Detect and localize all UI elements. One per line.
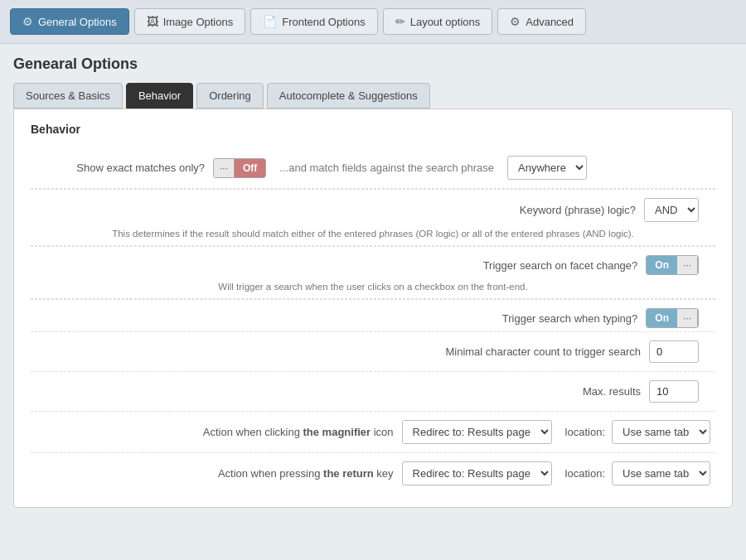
action-return-row: Action when pressing the return key Redi… <box>31 453 715 494</box>
tab-general-options[interactable]: ⚙ General Options <box>10 8 129 35</box>
trigger-facet-control: On ··· <box>646 255 715 275</box>
action-return-bold: the return <box>323 467 374 480</box>
action-magnifier-row: Action when clicking the magnifier icon … <box>31 412 715 453</box>
max-results-control <box>649 380 715 403</box>
sub-tabs: Sources & Basics Behavior Ordering Autoc… <box>13 83 733 109</box>
sub-tab-behavior[interactable]: Behavior <box>126 83 193 109</box>
action-magnifier-location-select[interactable]: Use same tab Open new tab <box>612 420 710 444</box>
tab-frontend-options-label: Frontend Options <box>282 16 365 28</box>
trigger-facet-label: Trigger search on facet change? <box>31 259 646 272</box>
trigger-facet-row: Trigger search on facet change? On ··· <box>31 247 715 278</box>
min-char-input[interactable] <box>649 340 699 363</box>
action-magnifier-text1: Action when clicking <box>203 426 303 438</box>
action-return-text1: Action when pressing <box>218 467 323 480</box>
trigger-facet-toggle-state[interactable]: On <box>647 256 677 274</box>
action-magnifier-location-label: location: <box>565 426 605 438</box>
trigger-facet-note: Will trigger a search when the user clic… <box>31 278 715 299</box>
max-results-input[interactable] <box>649 380 699 403</box>
keyword-logic-select[interactable]: AND OR <box>644 198 699 222</box>
exact-matches-toggle[interactable]: ··· Off <box>213 158 266 178</box>
exact-matches-row: Show exact matches only? ··· Off ...and … <box>31 147 715 189</box>
action-magnifier-bold: the magnifier <box>303 426 371 438</box>
gear-icon: ⚙ <box>22 15 33 28</box>
top-navigation: ⚙ General Options 🖼 Image Options 📄 Fron… <box>0 0 746 44</box>
frontend-icon: 📄 <box>263 15 277 28</box>
action-return-text2: key <box>374 467 394 480</box>
tab-layout-options[interactable]: ✏ Layout options <box>383 8 493 35</box>
sub-tab-autocomplete[interactable]: Autocomplete & Suggestions <box>267 83 430 109</box>
keyword-logic-row: Keyword (phrase) logic? AND OR <box>31 190 715 225</box>
sub-tab-ordering[interactable]: Ordering <box>196 83 264 109</box>
trigger-facet-toggle[interactable]: On ··· <box>646 255 699 275</box>
action-magnifier-text2: icon <box>371 426 393 438</box>
action-magnifier-controls: Redirec to: Results page Show inline res… <box>402 420 715 444</box>
min-char-row: Minimal character count to trigger searc… <box>31 332 715 372</box>
action-return-location-select[interactable]: Use same tab Open new tab <box>612 461 710 485</box>
exact-matches-select[interactable]: Anywhere Title Content Tags <box>507 156 587 180</box>
trigger-typing-control: On ··· <box>646 308 715 328</box>
tab-general-options-label: General Options <box>38 16 117 28</box>
behavior-panel: Behavior Show exact matches only? ··· Of… <box>13 109 733 508</box>
exact-matches-and-text: ...and match fields against the search p… <box>274 162 499 174</box>
sub-tab-behavior-label: Behavior <box>138 89 181 102</box>
layout-icon: ✏ <box>395 15 405 28</box>
keyword-logic-label: Keyword (phrase) logic? <box>31 204 644 216</box>
tab-frontend-options[interactable]: 📄 Frontend Options <box>250 8 377 35</box>
max-results-row: Max. results <box>31 372 715 412</box>
trigger-typing-toggle-state[interactable]: On <box>647 309 677 327</box>
min-char-label: Minimal character count to trigger searc… <box>31 345 649 358</box>
exact-matches-toggle-state[interactable]: Off <box>235 159 265 177</box>
action-magnifier-select[interactable]: Redirec to: Results page Show inline res… <box>402 420 552 444</box>
sub-tab-sources[interactable]: Sources & Basics <box>13 83 123 109</box>
action-return-controls: Redirec to: Results page Show inline res… <box>402 461 715 485</box>
min-char-control <box>649 340 715 363</box>
action-return-select[interactable]: Redirec to: Results page Show inline res… <box>402 461 552 485</box>
keyword-logic-control: AND OR <box>644 198 715 222</box>
page-content: Genearal Options Sources & Basics Behavi… <box>0 44 746 519</box>
trigger-typing-row: Trigger search when typing? On ··· <box>31 300 715 331</box>
tab-image-options[interactable]: 🖼 Image Options <box>134 8 246 35</box>
action-return-location-label: location: <box>565 467 605 480</box>
tab-image-options-label: Image Options <box>163 16 234 28</box>
action-magnifier-label: Action when clicking the magnifier icon <box>31 426 402 438</box>
tab-advanced[interactable]: ⚙ Advanced <box>497 8 586 35</box>
panel-title: Behavior <box>31 123 715 136</box>
action-return-label: Action when pressing the return key <box>31 467 402 480</box>
exact-matches-toggle-dots[interactable]: ··· <box>214 159 235 177</box>
sub-tab-ordering-label: Ordering <box>209 89 251 102</box>
trigger-typing-toggle-dots[interactable]: ··· <box>677 309 698 327</box>
advanced-icon: ⚙ <box>510 15 521 28</box>
max-results-label: Max. results <box>31 385 649 398</box>
sub-tab-autocomplete-label: Autocomplete & Suggestions <box>279 89 418 102</box>
trigger-facet-toggle-dots[interactable]: ··· <box>677 256 698 274</box>
tab-layout-options-label: Layout options <box>410 16 481 28</box>
trigger-typing-label: Trigger search when typing? <box>31 312 646 325</box>
keyword-logic-note: This determines if the result should mat… <box>31 225 715 246</box>
image-icon: 🖼 <box>147 15 158 28</box>
sub-tab-sources-label: Sources & Basics <box>26 89 110 102</box>
exact-matches-controls: ··· Off ...and match fields against the … <box>213 156 715 180</box>
tab-advanced-label: Advanced <box>526 16 574 28</box>
exact-matches-label: Show exact matches only? <box>31 162 213 174</box>
page-title: Genearal Options <box>13 56 733 73</box>
trigger-typing-toggle[interactable]: On ··· <box>646 308 699 328</box>
